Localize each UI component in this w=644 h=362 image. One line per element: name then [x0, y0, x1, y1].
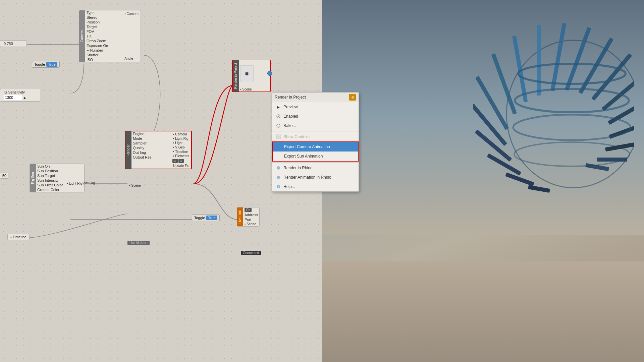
export-camera-label: Export Camera Animation	[284, 144, 330, 149]
render-anim-rhino-icon	[275, 174, 281, 180]
enabled-icon	[275, 113, 281, 119]
show-controls-icon	[275, 134, 281, 140]
export-sun-label: Export Sun Animation	[284, 154, 323, 159]
ground-plane	[322, 261, 644, 362]
value-label-2: 50	[2, 174, 6, 178]
render-rhino-label: Render in Rhino	[283, 166, 313, 170]
menu-item-render-rhino[interactable]: Render in Rhino	[272, 163, 359, 173]
menu-item-help[interactable]: ? Help...	[272, 182, 359, 191]
connected-badge: Connected	[241, 251, 261, 255]
scene-preview: ⬛	[240, 65, 254, 82]
menu-item-render-anim-rhino[interactable]: Render Animation in Rhino	[272, 173, 359, 182]
render-node-outputs: • Camera • Light Rig • Light • V Geo • T…	[172, 131, 191, 169]
camera-node-outputs: • Camera Angle	[122, 10, 141, 62]
export-sun-icon	[276, 153, 282, 159]
svg-rect-29	[276, 137, 278, 139]
scene-node-header: Render in Project	[233, 60, 239, 92]
svg-rect-15	[473, 104, 507, 146]
menu-item-bake[interactable]: Bake...	[272, 121, 359, 130]
toggle-label-1: Toggle	[34, 62, 45, 66]
render-node-header: Render	[125, 131, 131, 169]
render-status: Uninitialized	[127, 241, 150, 245]
livelink-header: Live Link	[237, 207, 243, 226]
value-node-2: 50	[0, 173, 8, 179]
context-menu-settings-icon[interactable]: ⚙	[349, 94, 356, 101]
export-camera-icon	[276, 144, 282, 150]
timeline-node: • Timeline	[7, 234, 30, 240]
svg-point-23	[514, 142, 630, 166]
bake-icon	[275, 123, 281, 129]
value-node-1: 0.750	[0, 40, 27, 47]
svg-rect-28	[279, 135, 280, 136]
render-rhino-icon	[275, 165, 281, 171]
livelink-content: On Address Port • Scene	[243, 207, 259, 226]
show-controls-label: Show Controls	[283, 134, 310, 139]
toggle-label-2: Toggle	[194, 216, 205, 220]
is-sensitivity-label: IS Sensitivity	[4, 90, 25, 94]
toggle-button-1[interactable]: Toggle True	[32, 61, 60, 68]
preview-label: Preview	[283, 105, 298, 109]
separator-2	[272, 162, 359, 163]
sun-rig-node: Rig Sun Sun On Sun Position Sun Target S…	[30, 164, 85, 192]
viewport	[322, 0, 644, 362]
preview-icon: ▶	[275, 104, 281, 110]
svg-point-25	[278, 116, 279, 117]
menu-item-preview[interactable]: ▶ Preview	[272, 102, 359, 112]
is-sensitivity-node: IS Sensitivity ▲	[0, 89, 40, 102]
arch-structure	[473, 13, 634, 231]
menu-item-show-controls[interactable]: Show Controls	[272, 132, 359, 141]
svg-rect-4	[537, 25, 541, 96]
timeline-label: • Timeline	[10, 235, 26, 239]
svg-rect-12	[605, 141, 634, 152]
toggle-value-2: True	[206, 216, 217, 220]
svg-rect-19	[528, 185, 550, 193]
scene-node: Render in Project ⬛ • Scene	[232, 60, 271, 92]
light-rig-label: • Light Rig	[78, 181, 95, 185]
livelink-node: Live Link On Address Port • Scene	[237, 207, 260, 227]
svg-rect-5	[550, 23, 566, 91]
sun-rig-header: Rig Sun	[30, 164, 36, 192]
render-node-content: Engine Mode Sampler Quality Out Img Outp…	[131, 131, 172, 169]
help-icon: ?	[275, 184, 281, 190]
render-scene-input: • Scene	[129, 184, 141, 187]
context-menu-title: Render in Project	[275, 95, 349, 100]
camera-node: Camera Type Stereo Position Target FOV T…	[79, 10, 141, 62]
toggle-button-2[interactable]: Toggle True	[192, 215, 220, 221]
context-menu: Render in Project ⚙ ▶ Preview Enabled Ba…	[272, 92, 359, 192]
context-menu-header: Render in Project ⚙	[272, 93, 359, 102]
svg-rect-27	[276, 135, 278, 136]
help-label: Help...	[283, 184, 295, 189]
toggle-value-1: True	[46, 62, 57, 67]
download-icon-2[interactable]: ⬇	[178, 159, 184, 163]
scene-node-content: ⬛ • Scene	[239, 60, 270, 92]
sun-rig-output: • Light Rig	[64, 164, 84, 192]
value-label-1: 0.750	[4, 42, 13, 46]
scene-node-btn[interactable]	[267, 71, 272, 76]
camera-node-header: Camera	[79, 10, 85, 62]
svg-point-31	[277, 166, 280, 170]
svg-point-26	[277, 124, 280, 127]
svg-rect-30	[279, 137, 280, 139]
svg-point-32	[277, 176, 280, 179]
sensitivity-input[interactable]	[4, 95, 22, 100]
render-anim-rhino-label: Render Animation in Rhino	[283, 175, 331, 180]
camera-node-content: Type Stereo Position Target FOV Tilt Ort…	[85, 10, 122, 62]
sun-rig-content: Sun On Sun Position Sun Target Sun Inten…	[36, 164, 64, 192]
menu-item-export-camera[interactable]: Export Camera Animation	[273, 142, 358, 152]
svg-text:?: ?	[278, 186, 279, 189]
separator-1	[272, 131, 359, 131]
enabled-label: Enabled	[283, 114, 298, 119]
render-node: Render Engine Mode Sampler Quality Out I…	[125, 131, 192, 169]
download-icon-1[interactable]: ⬇	[172, 159, 178, 163]
svg-point-22	[513, 115, 631, 140]
node-canvas: 0.750 IS Sensitivity ▲ 50 Toggle True Ca…	[0, 0, 322, 362]
bake-label: Bake...	[283, 123, 296, 128]
menu-item-export-sun[interactable]: Export Sun Animation	[273, 152, 358, 161]
menu-item-enabled[interactable]: Enabled	[272, 112, 359, 121]
export-group: Export Camera Animation Export Sun Anima…	[272, 141, 359, 162]
